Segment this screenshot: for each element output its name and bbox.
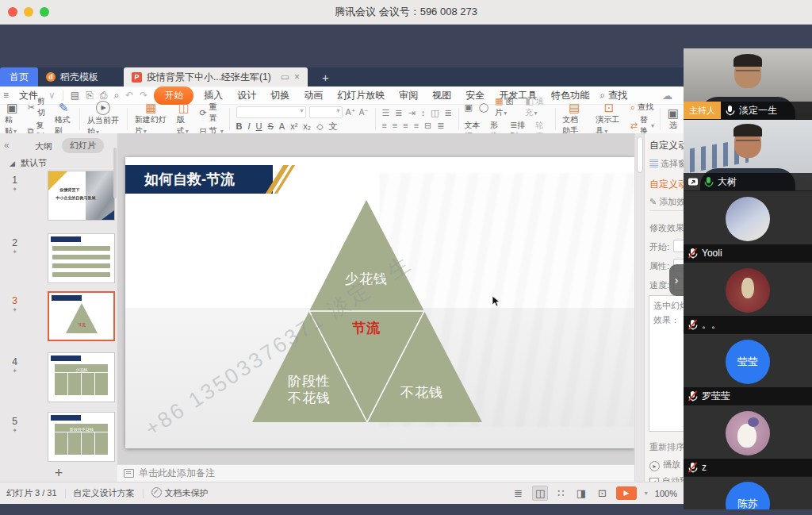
align-left-icon[interactable]: ≡	[381, 121, 386, 131]
notes-bar[interactable]: 单击此处添加备注	[117, 464, 634, 482]
undo-icon[interactable]: ↶	[122, 90, 136, 101]
slide-thumbnail-1[interactable]: 疫情背景下 中小企业的自救与发展	[48, 171, 115, 221]
export-icon[interactable]: ⎘	[82, 90, 97, 101]
play-options-caret[interactable]: ▾	[645, 490, 648, 497]
current-slide[interactable]: 如何自救-节流 少花钱 节流 阶段性 不花钱 不花钱 +86	[125, 157, 634, 448]
indent-more-icon[interactable]: ≣	[437, 121, 444, 131]
comment-icon[interactable]: ▭	[281, 71, 289, 83]
print-preview-icon[interactable]: ⌕	[110, 90, 122, 101]
cut-button[interactable]: ✂剪切	[28, 96, 47, 118]
font-color-button[interactable]: A	[279, 121, 285, 131]
slideshow-view-icon[interactable]: ⊡	[596, 486, 609, 500]
menu-tab-design[interactable]: 设计	[230, 89, 263, 102]
grow-font-icon[interactable]: A⁺	[346, 107, 356, 117]
zoom-level[interactable]: 100%	[655, 489, 677, 498]
normal-view-icon[interactable]: ◫	[532, 486, 548, 501]
line-spacing-icon[interactable]: ↕	[421, 108, 426, 118]
doc-assistant-button[interactable]: ▤ 文档助手	[557, 105, 591, 133]
tab-docer[interactable]: d 稻壳模板	[38, 67, 124, 86]
video-tile[interactable]: Yooli	[684, 191, 812, 263]
video-tile[interactable]: 陈苏	[684, 477, 812, 509]
menu-tab-features[interactable]: 特色功能	[544, 89, 596, 102]
menu-tab-view[interactable]: 视图	[425, 89, 458, 102]
fill-button[interactable]: ◧ 填充▾	[525, 96, 549, 118]
video-tile[interactable]: z	[684, 405, 812, 477]
design-scheme-button[interactable]: 自定义设计方案	[74, 487, 135, 499]
chevron-down-icon[interactable]: ∨	[45, 90, 59, 101]
font-family-combo[interactable]	[236, 106, 306, 118]
play-animation-button[interactable]: ▸播放	[649, 459, 680, 471]
reading-view-icon[interactable]: ◨	[574, 486, 588, 500]
tab-outline[interactable]: 大纲	[35, 140, 52, 152]
shapes-icon[interactable]: ◯	[479, 102, 488, 113]
hamburger-icon[interactable]: ≡	[0, 90, 12, 101]
slide-thumbnail-2[interactable]	[48, 233, 115, 283]
scrollbar-thumb[interactable]	[637, 136, 643, 173]
new-slide-button[interactable]: ▦ 新建幻灯片▾	[130, 105, 172, 133]
reset-button[interactable]: ⟳重置	[200, 102, 224, 124]
clear-format-button[interactable]: ◇	[316, 121, 323, 132]
format-painter-button[interactable]: ✎ 格式刷	[50, 105, 77, 133]
align-right-icon[interactable]: ≡	[403, 121, 408, 131]
menu-tab-slideshow[interactable]: 幻灯片放映	[330, 89, 392, 102]
list-options-icon[interactable]: ≣	[511, 486, 525, 500]
italic-button[interactable]: I	[247, 121, 250, 131]
play-slideshow-button[interactable]: ▶	[616, 486, 637, 500]
select-button[interactable]: ▣ 选	[663, 105, 684, 133]
tab-document[interactable]: P 疫情背景下中小...经张生军(1) ▭ ×	[124, 67, 308, 86]
superscript-button[interactable]: x²	[290, 121, 297, 131]
close-tab-icon[interactable]: ×	[294, 71, 300, 83]
menu-tab-transition[interactable]: 切换	[263, 89, 297, 102]
subscript-button[interactable]: x₂	[303, 121, 311, 131]
host-badge: 主持人	[684, 102, 721, 119]
slide-thumbnail-4[interactable]: 少花钱	[48, 352, 115, 402]
slide-thumbnail-3-selected[interactable]: 节流	[48, 291, 115, 341]
video-tile[interactable]: 。。	[684, 263, 812, 334]
cloud-sync-icon[interactable]: ☁	[662, 90, 672, 102]
strikethrough-button[interactable]: S	[267, 121, 273, 131]
save-icon[interactable]: ▤	[67, 90, 82, 101]
tab-home[interactable]: 首页	[0, 67, 38, 86]
underline-button[interactable]: U	[256, 121, 262, 131]
collapse-panel-icon[interactable]: «	[4, 140, 10, 151]
align-center-icon[interactable]: ≡	[393, 121, 397, 131]
menu-tab-insert[interactable]: 插入	[197, 89, 230, 102]
menu-find[interactable]: 查找	[608, 89, 634, 102]
font-size-combo[interactable]	[309, 106, 343, 118]
collapse-pane-handle[interactable]: ›	[669, 264, 684, 296]
video-tile[interactable]: 莹莹 罗莹莹	[684, 334, 812, 405]
slide-thumbnail-5[interactable]: 阶段性不花钱	[48, 412, 115, 462]
picture-button[interactable]: ▦ 图片▾	[495, 96, 519, 118]
video-tile-host[interactable]: 主持人 淡定一生	[684, 48, 812, 120]
text-direction-icon[interactable]: ≣	[445, 108, 452, 118]
redo-icon[interactable]: ↷	[136, 90, 151, 101]
columns-icon[interactable]: ⊟	[424, 121, 431, 131]
shrink-font-icon[interactable]: A⁻	[359, 108, 369, 117]
slide-sorter-icon[interactable]: ∷	[555, 486, 566, 500]
menu-tab-review[interactable]: 审阅	[392, 89, 425, 102]
paste-button[interactable]: ▣ 粘贴▾	[0, 105, 25, 133]
play-from-current-button[interactable]: ▶ 从当前开始▾	[82, 105, 124, 133]
justify-icon[interactable]: ≡	[414, 121, 419, 131]
search-icon[interactable]: ⌕	[596, 90, 608, 101]
find-button[interactable]: ⌕查找	[630, 102, 654, 113]
add-slide-button[interactable]: +	[0, 465, 117, 482]
textbox-frame-icon[interactable]: ▣	[465, 102, 473, 113]
bullets-icon[interactable]: ☰	[381, 108, 389, 118]
video-tile-presenter[interactable]: 大树	[684, 120, 812, 191]
tab-slides[interactable]: 幻灯片	[62, 138, 104, 153]
numbering-icon[interactable]: ≣	[395, 108, 402, 118]
indent-icon[interactable]: ⇥	[408, 108, 415, 118]
print-icon[interactable]: ⎙	[97, 90, 111, 101]
text-tools-button[interactable]: 文	[329, 121, 338, 133]
menu-tab-animation[interactable]: 动画	[297, 89, 330, 102]
align-top-icon[interactable]: ◫	[431, 108, 439, 118]
bold-button[interactable]: B	[236, 121, 243, 131]
new-tab-button[interactable]: +	[317, 67, 334, 86]
protection-status[interactable]: 文档未保护	[151, 487, 209, 499]
section-header[interactable]: ◢ 默认节	[10, 157, 47, 169]
present-tools-button[interactable]: ⊡ 演示工具▾	[591, 105, 627, 133]
layout-button[interactable]: ◫ 版式▾	[172, 105, 197, 133]
slide-canvas[interactable]: 如何自救-节流 少花钱 节流 阶段性 不花钱 不花钱 +86	[117, 133, 634, 464]
sidebar-scrollbar[interactable]	[113, 148, 117, 198]
